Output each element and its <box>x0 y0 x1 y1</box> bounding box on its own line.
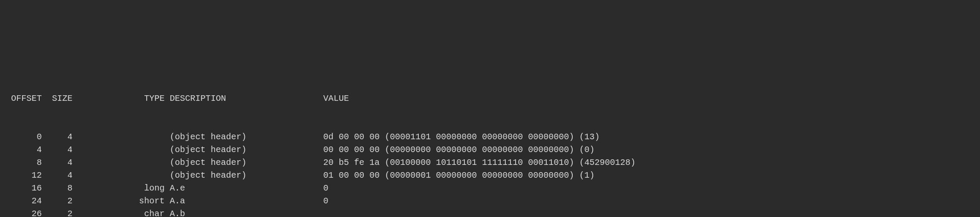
table-row: 26 2 char A.b <box>6 208 974 217</box>
table-row: 12 4 (object header) 01 00 00 00 (000000… <box>6 169 974 182</box>
table-row: 24 2 short A.a 0 <box>6 195 974 208</box>
table-row: 0 4 (object header) 0d 00 00 00 (0000110… <box>6 131 974 144</box>
table-row: 4 4 (object header) 00 00 00 00 (0000000… <box>6 144 974 156</box>
table-row: 16 8 long A.e 0 <box>6 182 974 195</box>
table-body: 0 4 (object header) 0d 00 00 00 (0000110… <box>6 131 974 217</box>
object-layout-output: OFFSET SIZE TYPE DESCRIPTION VALUE 0 4 (… <box>0 64 980 217</box>
header-row: OFFSET SIZE TYPE DESCRIPTION VALUE <box>6 92 974 105</box>
table-row: 8 4 (object header) 20 b5 fe 1a (0010000… <box>6 156 974 169</box>
